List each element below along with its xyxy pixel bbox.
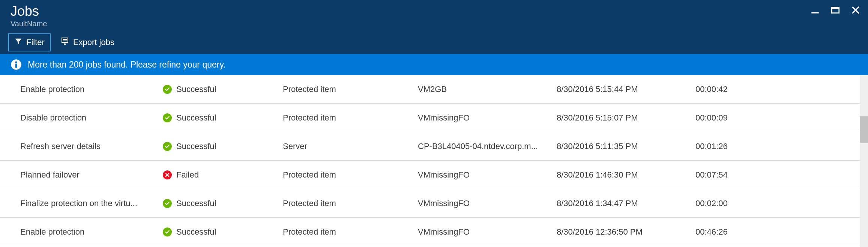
cell-status: Successful (163, 84, 283, 94)
cell-start-time: 8/30/2016 12:36:50 PM (557, 227, 695, 237)
svg-rect-8 (15, 64, 17, 68)
table-row[interactable]: Enable protectionSuccessfulProtected ite… (0, 75, 860, 104)
cell-type: Server (283, 142, 418, 151)
window-controls (810, 5, 860, 15)
cell-start-time: 8/30/2016 5:15:44 PM (557, 84, 695, 94)
cell-item: CP-B3L40405-04.ntdev.corp.m... (418, 142, 557, 151)
cell-operation: Disable protection (20, 113, 163, 123)
table-row[interactable]: Planned failoverFailedProtected itemVMmi… (0, 161, 860, 189)
cell-item: VMmissingFO (418, 113, 557, 123)
cell-type: Protected item (283, 170, 418, 180)
cell-duration: 00:02:00 (695, 199, 778, 208)
table-area: Enable protectionSuccessfulProtected ite… (0, 75, 868, 247)
table-row[interactable]: Disable protectionSuccessfulProtected it… (0, 104, 860, 132)
cell-operation: Finalize protection on the virtu... (20, 199, 163, 208)
export-label: Export jobs (73, 38, 114, 47)
cell-status: Failed (163, 170, 283, 180)
filter-label: Filter (26, 38, 45, 47)
toolbar: Filter Export jobs (8, 33, 120, 52)
svg-rect-2 (832, 7, 839, 9)
cell-type: Protected item (283, 227, 418, 237)
svg-point-7 (15, 61, 17, 63)
cell-type: Protected item (283, 199, 418, 208)
success-icon (163, 142, 172, 151)
cell-start-time: 8/30/2016 5:15:07 PM (557, 113, 695, 123)
cell-duration: 00:07:54 (695, 170, 778, 180)
cell-operation: Planned failover (20, 170, 163, 180)
header-bar: Jobs VaultName Filter Export jobs (0, 0, 868, 54)
export-icon (60, 37, 69, 48)
success-icon (163, 113, 172, 122)
status-text: Successful (176, 113, 216, 123)
cell-operation: Refresh server details (20, 142, 163, 151)
cell-item: VM2GB (418, 84, 557, 94)
cell-item: VMmissingFO (418, 227, 557, 237)
cell-type: Protected item (283, 84, 418, 94)
info-icon (11, 59, 22, 70)
cell-operation: Enable protection (20, 84, 163, 94)
cell-status: Successful (163, 199, 283, 208)
cell-duration: 00:46:26 (695, 227, 778, 237)
page-subtitle: VaultName (11, 20, 859, 28)
scrollbar-thumb[interactable] (860, 116, 868, 143)
info-message: More than 200 jobs found. Please refine … (28, 60, 226, 70)
jobs-table: Enable protectionSuccessfulProtected ite… (0, 75, 860, 246)
cell-type: Protected item (283, 113, 418, 123)
cell-status: Successful (163, 142, 283, 151)
status-text: Successful (176, 199, 216, 208)
status-text: Successful (176, 227, 216, 237)
success-icon (163, 85, 172, 94)
close-icon[interactable] (851, 5, 860, 15)
cell-status: Successful (163, 113, 283, 123)
cell-operation: Enable protection (20, 227, 163, 237)
cell-start-time: 8/30/2016 1:46:30 PM (557, 170, 695, 180)
cell-duration: 00:00:42 (695, 84, 778, 94)
failed-icon (163, 170, 172, 179)
success-icon (163, 227, 172, 236)
filter-button[interactable]: Filter (8, 33, 51, 51)
cell-start-time: 8/30/2016 1:34:47 PM (557, 199, 695, 208)
success-icon (163, 199, 172, 208)
cell-status: Successful (163, 227, 283, 237)
page-title: Jobs (11, 4, 859, 19)
cell-item: VMmissingFO (418, 199, 557, 208)
cell-duration: 00:00:09 (695, 113, 778, 123)
cell-duration: 00:01:26 (695, 142, 778, 151)
minimize-icon[interactable] (810, 5, 820, 15)
scrollbar-track[interactable] (860, 75, 868, 247)
status-text: Failed (176, 170, 199, 180)
status-text: Successful (176, 84, 216, 94)
svg-rect-3 (62, 38, 68, 42)
restore-icon[interactable] (830, 5, 840, 15)
filter-icon (14, 37, 23, 48)
table-row[interactable]: Refresh server detailsSuccessfulServerCP… (0, 132, 860, 161)
svg-rect-0 (811, 12, 819, 13)
export-jobs-button[interactable]: Export jobs (54, 33, 120, 52)
table-row[interactable]: Enable protectionSuccessfulProtected ite… (0, 218, 860, 246)
cell-start-time: 8/30/2016 5:11:35 PM (557, 142, 695, 151)
table-row[interactable]: Finalize protection on the virtu...Succe… (0, 189, 860, 218)
status-text: Successful (176, 142, 216, 151)
cell-item: VMmissingFO (418, 170, 557, 180)
info-bar: More than 200 jobs found. Please refine … (0, 54, 868, 75)
